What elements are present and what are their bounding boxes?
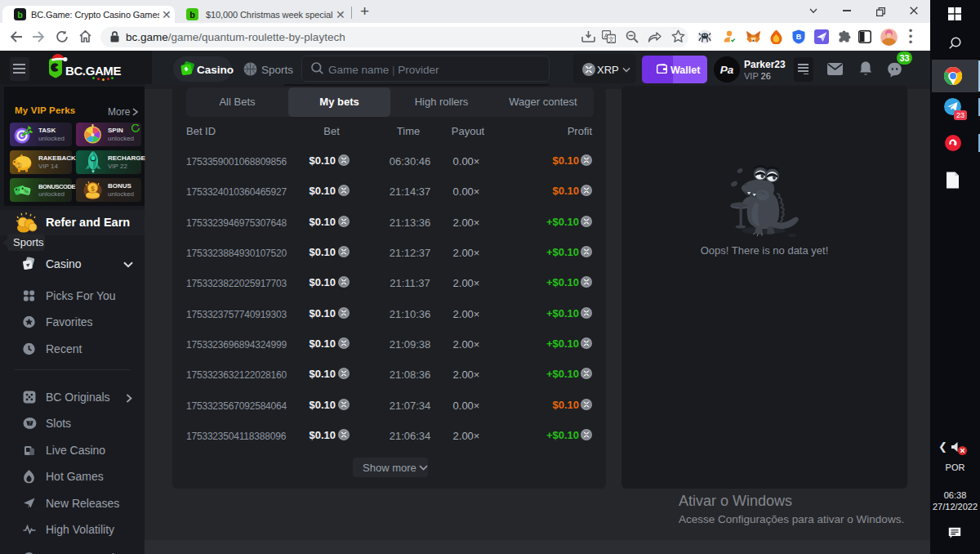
svg-text:b: b [17,10,23,20]
svg-text:b: b [189,10,195,20]
svg-text:Pa: Pa [720,64,734,76]
svg-text:33: 33 [899,53,909,63]
svg-text:文: 文 [608,36,615,43]
svg-text:7: 7 [29,421,31,426]
svg-text:$: $ [91,185,95,193]
svg-text:B: B [796,33,802,41]
svg-text:$: $ [17,163,20,168]
